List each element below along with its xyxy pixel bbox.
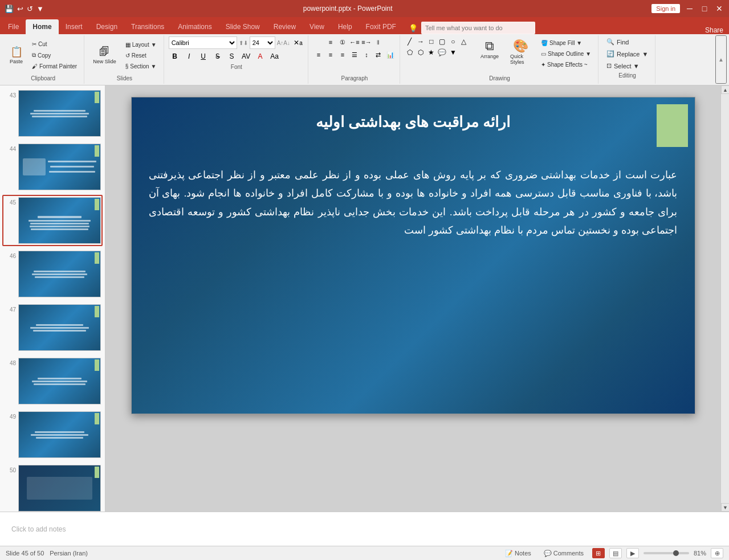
font-color-button[interactable]: A (254, 50, 267, 63)
star-shape[interactable]: ★ (426, 47, 437, 58)
scroll-up-button[interactable]: ▲ (721, 85, 729, 94)
tab-file[interactable]: File (1, 19, 26, 34)
restore-button[interactable]: □ (699, 5, 710, 13)
bullets-button[interactable]: ≡ (325, 36, 336, 48)
tab-transitions[interactable]: Transitions (124, 19, 171, 34)
shapes-gallery[interactable]: ╱ → □ ▢ ○ △ ⬠ ⬡ ★ 💬 ▼ (405, 36, 473, 58)
scroll-down-button[interactable]: ▼ (721, 503, 729, 512)
section-button[interactable]: § Section ▼ (122, 62, 160, 71)
callout-shape[interactable]: 💬 (437, 47, 447, 58)
font-name-select[interactable]: Calibri (169, 36, 237, 49)
tab-design[interactable]: Design (89, 19, 124, 34)
line-shape[interactable]: ╱ (405, 36, 415, 47)
tab-help[interactable]: Help (331, 19, 359, 34)
scroll-track[interactable] (721, 94, 729, 503)
italic-button[interactable]: I (183, 50, 196, 63)
align-center-button[interactable]: ≡ (325, 49, 336, 60)
undo-icon[interactable]: ↩ (17, 5, 23, 13)
char-spacing-button[interactable]: AV (240, 50, 252, 63)
hexagon-shape[interactable]: ⬡ (416, 47, 426, 58)
slideshow-view-button[interactable]: ▶ (626, 548, 639, 558)
shadow-button[interactable]: S (226, 50, 238, 63)
canvas-area[interactable]: ارائه مراقبت های بهداشتی اولیه عبارت است… (105, 85, 720, 512)
slide-item-44[interactable]: 44 (2, 141, 103, 193)
replace-button[interactable]: 🔄 Replace ▼ (603, 48, 651, 59)
save-icon[interactable]: 💾 (5, 5, 14, 13)
shape-outline-button[interactable]: ▭ Shape Outline ▼ (537, 49, 594, 59)
notes-placeholder[interactable]: Click to add notes (11, 525, 66, 533)
minimize-button[interactable]: ─ (685, 5, 695, 13)
font-size-label[interactable]: Aa (268, 50, 281, 63)
font-size-select[interactable]: 24 (250, 36, 275, 49)
convert-to-smartart-button[interactable]: 📊 (385, 49, 396, 60)
line-spacing-button[interactable]: ↕ (361, 49, 372, 60)
slide-item-50[interactable]: 50 (2, 463, 103, 512)
tab-insert[interactable]: Insert (59, 19, 89, 34)
reset-button[interactable]: ↺ Reset (122, 51, 160, 60)
slide-body[interactable]: عبارت است از خدمات بهداشتی ضروری که بر پ… (149, 166, 678, 397)
quick-styles-button[interactable]: 🎨 Quick Styles (506, 36, 536, 71)
copy-button[interactable]: ⧉ Copy (28, 50, 80, 60)
tab-animations[interactable]: Animations (171, 19, 218, 34)
find-button[interactable]: 🔍 Find (603, 36, 651, 47)
notes-button[interactable]: 📝 Notes (501, 549, 535, 558)
slide-item-46[interactable]: 46 (2, 248, 103, 300)
text-direction-button[interactable]: ⇄ (373, 49, 384, 60)
search-input[interactable] (421, 22, 535, 34)
comments-button[interactable]: 💬 Comments (540, 549, 588, 558)
columns-button[interactable]: ⫴ (373, 36, 384, 48)
oval-shape[interactable]: ○ (448, 36, 458, 47)
tab-home[interactable]: Home (26, 19, 58, 34)
zoom-slider[interactable] (644, 552, 689, 554)
slide-item-47[interactable]: 47 (2, 302, 103, 353)
pentagon-shape[interactable]: ⬠ (405, 47, 415, 58)
close-button[interactable]: ✕ (714, 5, 724, 13)
tab-view[interactable]: View (303, 19, 331, 34)
rect-shape[interactable]: □ (426, 36, 437, 47)
vertical-scrollbar[interactable]: ▲ ▼ (720, 85, 729, 512)
arrow-shape[interactable]: → (416, 36, 426, 47)
quick-access-toolbar[interactable]: 💾 ↩ ↺ ▼ (5, 5, 44, 13)
rounded-rect-shape[interactable]: ▢ (437, 36, 447, 47)
slide-title[interactable]: ارائه مراقبت های بهداشتی اولیه (132, 113, 695, 131)
bold-button[interactable]: B (169, 50, 181, 63)
normal-view-button[interactable]: ⊞ (592, 548, 605, 558)
zoom-thumb[interactable] (673, 550, 679, 556)
strikethrough-button[interactable]: S̶ (211, 50, 224, 63)
layout-button[interactable]: ▦ Layout ▼ (122, 40, 160, 50)
new-slide-button[interactable]: 🗐 New Slide (89, 44, 120, 67)
collapse-ribbon-button[interactable]: ▲ (715, 35, 727, 84)
align-right-button[interactable]: ≡ (337, 49, 348, 60)
fit-slide-button[interactable]: ⊕ (711, 548, 723, 558)
share-button[interactable]: Share (705, 26, 723, 34)
clear-format-button[interactable]: ✕a (292, 36, 304, 49)
format-painter-button[interactable]: 🖌 Format Painter (28, 62, 80, 71)
slide-item-49[interactable]: 49 (2, 409, 103, 460)
more-shapes[interactable]: ▼ (448, 47, 458, 58)
tab-review[interactable]: Review (267, 19, 303, 34)
indent-increase-button[interactable]: ≡→ (361, 36, 372, 48)
triangle-shape[interactable]: △ (459, 36, 469, 47)
slide-item-45[interactable]: 45 (2, 195, 103, 246)
slide-item-48[interactable]: 48 (2, 355, 103, 407)
customize-icon[interactable]: ▼ (36, 5, 44, 13)
numbering-button[interactable]: ① (337, 36, 348, 48)
indent-decrease-button[interactable]: ←≡ (349, 36, 360, 48)
select-button[interactable]: ⊡ Select ▼ (603, 60, 651, 71)
align-left-button[interactable]: ≡ (313, 49, 324, 60)
tab-slideshow[interactable]: Slide Show (219, 19, 267, 34)
outline-view-button[interactable]: ▤ (609, 548, 622, 558)
slide-canvas[interactable]: ارائه مراقبت های بهداشتی اولیه عبارت است… (131, 97, 695, 414)
cut-button[interactable]: ✂ Cut (28, 39, 80, 49)
sign-in-button[interactable]: Sign in (651, 4, 680, 13)
shape-effects-button[interactable]: ✦ Shape Effects ~ (537, 60, 594, 70)
notes-area[interactable]: Click to add notes (0, 512, 729, 546)
slide-item-43[interactable]: 43 (2, 88, 103, 139)
arrange-button[interactable]: ⧉ Arrange (475, 36, 504, 71)
underline-button[interactable]: U (197, 50, 210, 63)
justify-button[interactable]: ☰ (349, 49, 360, 60)
tab-foxitpdf[interactable]: Foxit PDF (359, 19, 403, 34)
redo-icon[interactable]: ↺ (27, 5, 33, 13)
paste-button[interactable]: 📋 Paste (6, 44, 27, 67)
shape-fill-button[interactable]: 🪣 Shape Fill ▼ (537, 38, 594, 48)
